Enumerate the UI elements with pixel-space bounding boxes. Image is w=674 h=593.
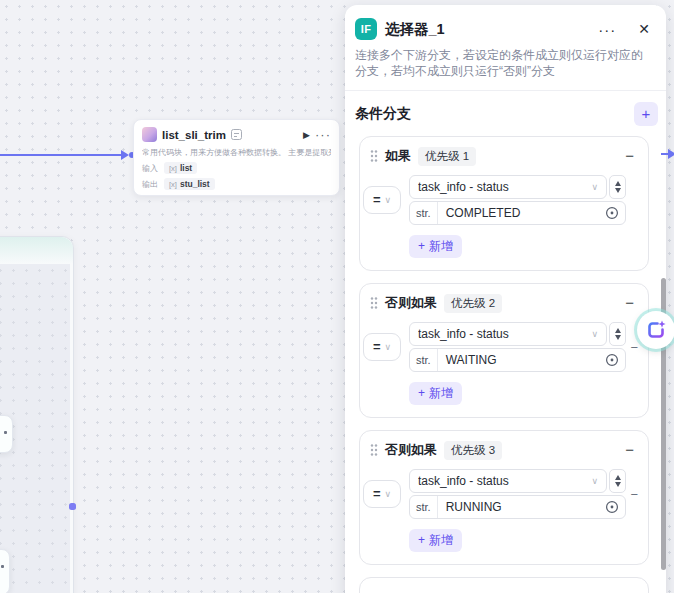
reorder-stepper[interactable]: [609, 322, 626, 346]
add-branch-button[interactable]: +: [634, 102, 658, 126]
ai-assistant-floating-button[interactable]: [637, 311, 674, 349]
chevron-down-icon: ∨: [385, 489, 392, 499]
run-node-button[interactable]: ▶: [303, 130, 310, 140]
reference-toggle-icon[interactable]: [605, 353, 619, 367]
condition-row: = ∨ task_info - status ∨: [363, 175, 626, 225]
value-type-label: str.: [410, 202, 438, 224]
drag-handle-icon[interactable]: [370, 443, 378, 457]
branch-label: 否则如果: [385, 294, 437, 312]
reorder-stepper[interactable]: [609, 469, 626, 493]
triangle-down-icon: [615, 335, 621, 340]
triangle-up-icon: [615, 328, 621, 333]
triangle-down-icon: [615, 482, 621, 487]
chevron-down-icon: ∨: [591, 329, 598, 339]
container-output-port[interactable]: [69, 503, 76, 510]
else-branch-card: 否则: [359, 577, 649, 593]
connection-arrowhead-icon: [121, 150, 129, 160]
node-output-label: 输出: [142, 179, 158, 190]
panel-description: 连接多个下游分支，若设定的条件成立则仅运行对应的分支，若均不成立则只运行“否则”…: [345, 40, 666, 90]
chevron-down-icon: ∨: [385, 195, 392, 205]
drag-handle-icon[interactable]: [370, 149, 378, 163]
partial-node-card[interactable]: [0, 415, 13, 453]
partial-node-card[interactable]: [0, 549, 10, 593]
variable-type-icon: [x]: [169, 164, 177, 173]
collapse-branch-button[interactable]: −: [623, 443, 636, 457]
connection-arrowhead-right-icon: [668, 149, 674, 159]
node-description: 常用代码块，用来方便做各种数据转换。 主要是提取列表和列…: [142, 147, 331, 158]
variable-select[interactable]: task_info - status ∨: [409, 469, 607, 493]
value-input[interactable]: str. WAITING: [409, 348, 626, 372]
value-type-label: str.: [410, 496, 438, 518]
ai-sparkle-icon: [645, 319, 667, 341]
variable-select[interactable]: task_info - status ∨: [409, 322, 607, 346]
value-input[interactable]: str. RUNNING: [409, 495, 626, 519]
reorder-stepper[interactable]: [609, 175, 626, 199]
code-badge-icon: [231, 129, 242, 140]
branch-card-if: 如果 优先级 1 − = ∨ task_info - status ∨: [359, 136, 649, 271]
variable-select[interactable]: task_info - status ∨: [409, 175, 607, 199]
branch-card-elseif-1: 否则如果 优先级 2 − = ∨ task_info - status ∨: [359, 283, 649, 418]
priority-badge: 优先级 3: [444, 441, 502, 460]
if-node-type-icon: IF: [355, 18, 377, 40]
branch-label: 如果: [385, 147, 411, 165]
priority-badge: 优先级 2: [444, 294, 502, 313]
connection-edge: [0, 154, 122, 156]
node-avatar: [142, 127, 157, 142]
panel-title: 选择器_1: [385, 20, 584, 39]
node-dot-mark: [4, 431, 7, 434]
add-condition-button[interactable]: + 新增: [409, 529, 462, 552]
add-condition-button[interactable]: + 新增: [409, 235, 462, 258]
value-input[interactable]: str. COMPLETED: [409, 201, 626, 225]
reference-toggle-icon[interactable]: [605, 206, 619, 220]
priority-badge: 优先级 1: [418, 147, 476, 166]
variable-type-icon: [x]: [169, 180, 177, 189]
chevron-down-icon: ∨: [591, 476, 598, 486]
input-variable-badge: [x] list: [164, 162, 197, 174]
add-condition-button[interactable]: + 新增: [409, 382, 462, 405]
node-title: list_sli_trim: [162, 129, 226, 141]
operator-select[interactable]: = ∨: [363, 480, 401, 508]
node-card-list-sli-trim[interactable]: list_sli_trim ▶ ··· 常用代码块，用来方便做各种数据转换。 主…: [133, 119, 340, 196]
collapse-branch-button[interactable]: −: [623, 149, 636, 163]
triangle-down-icon: [615, 188, 621, 193]
chevron-down-icon: ∨: [385, 342, 392, 352]
operator-select[interactable]: = ∨: [363, 333, 401, 361]
node-input-label: 输入: [142, 163, 158, 174]
reference-toggle-icon[interactable]: [605, 500, 619, 514]
condition-row: = ∨ task_info - status ∨: [363, 469, 626, 519]
condition-branches-title: 条件分支: [355, 105, 411, 123]
chevron-down-icon: ∨: [591, 182, 598, 192]
branch-card-elseif-2: 否则如果 优先级 3 − = ∨ task_info - status ∨: [359, 430, 649, 565]
triangle-up-icon: [615, 181, 621, 186]
node-more-menu-button[interactable]: ···: [315, 130, 331, 140]
operator-select[interactable]: = ∨: [363, 186, 401, 214]
selector-config-panel: IF 选择器_1 ··· ✕ 连接多个下游分支，若设定的条件成立则仅运行对应的分…: [345, 5, 666, 593]
value-type-label: str.: [410, 349, 438, 371]
remove-condition-button[interactable]: −: [630, 486, 638, 501]
output-variable-badge: [x] stu_list: [164, 178, 215, 190]
panel-header: IF 选择器_1 ··· ✕: [345, 5, 666, 40]
collapse-branch-button[interactable]: −: [623, 296, 636, 310]
loop-container-node[interactable]: [0, 236, 74, 593]
drag-handle-icon[interactable]: [370, 296, 378, 310]
triangle-up-icon: [615, 475, 621, 480]
node-dot-mark: [1, 565, 4, 568]
condition-row: = ∨ task_info - status ∨: [363, 322, 626, 372]
panel-close-button[interactable]: ✕: [630, 21, 652, 37]
panel-more-menu-button[interactable]: ···: [592, 21, 622, 38]
branch-label: 否则如果: [385, 441, 437, 459]
loop-container-header: [0, 237, 73, 264]
remove-condition-button[interactable]: −: [630, 339, 638, 354]
